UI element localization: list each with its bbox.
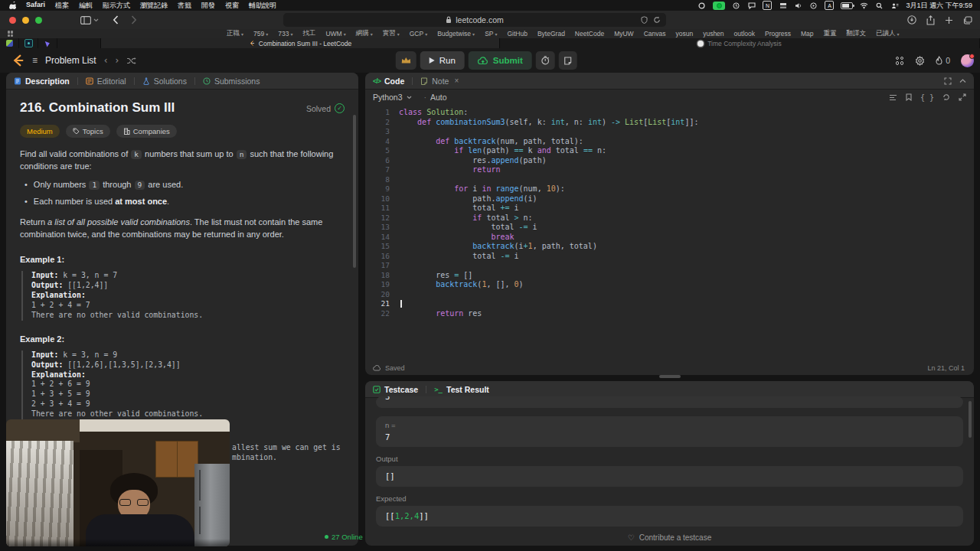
code-line[interactable]: 20	[365, 290, 969, 300]
code-line[interactable]: 18 res = []	[365, 271, 969, 281]
tab-active[interactable]: Combination Sum III - LeetCode	[100, 38, 500, 48]
menubar-item[interactable]: 檔案	[55, 1, 69, 11]
bookmark-item[interactable]: 實習▾	[383, 29, 400, 38]
close-note-icon[interactable]: ×	[454, 77, 459, 85]
share-icon[interactable]	[926, 15, 935, 25]
bookmark-item[interactable]: UWM▾	[325, 30, 345, 37]
premium-crown-button[interactable]	[396, 51, 416, 70]
play-status-icon[interactable]	[809, 2, 818, 9]
notion-status-icon[interactable]: N	[763, 1, 772, 10]
tab-note[interactable]: Note ×	[413, 73, 466, 89]
user-switch-status-icon[interactable]	[890, 2, 899, 9]
tab-test-result[interactable]: >_ Test Result	[426, 381, 497, 397]
address-bar[interactable]: leetcode.com	[283, 13, 666, 27]
code-line[interactable]: 9 for i in range(num, 10):	[365, 184, 969, 194]
code-line[interactable]: 12 if total > n:	[365, 214, 969, 223]
code-line[interactable]: 6 res.append(path)	[365, 156, 969, 166]
notes-button[interactable]	[559, 51, 577, 70]
menubar-item[interactable]: Safari	[26, 1, 45, 11]
bookmark-item[interactable]: Budgetwise▾	[437, 30, 475, 37]
problem-list-icon[interactable]: ≡	[32, 55, 38, 66]
code-line[interactable]: 8	[365, 175, 969, 185]
settings-gear-icon[interactable]	[915, 56, 925, 66]
tab-other[interactable]: Time Complexity Analysis	[500, 38, 980, 48]
bookmark-item[interactable]: SP▾	[485, 30, 497, 37]
menubar-item[interactable]: 瀏覽記錄	[140, 1, 168, 11]
downloads-icon[interactable]	[907, 15, 916, 24]
pinned-tab-1[interactable]	[0, 38, 19, 48]
contribute-testcase-link[interactable]: ♡ Contribute a testcase	[365, 533, 974, 542]
code-line[interactable]: 22 return res	[365, 309, 969, 319]
expand-editor-icon[interactable]	[959, 93, 966, 101]
submit-button[interactable]: Submit	[469, 51, 532, 70]
sidebar-toggle-icon[interactable]	[80, 16, 99, 24]
search-status-icon[interactable]	[875, 2, 884, 9]
streak-counter[interactable]: 0	[936, 56, 950, 65]
code-line[interactable]: 1class Solution:	[365, 108, 969, 118]
forward-button[interactable]	[131, 15, 137, 24]
bookmark-item[interactable]: Canvas	[644, 30, 666, 37]
code-line[interactable]: 2 def combinationSum3(self, k: int, n: i…	[365, 118, 969, 128]
code-line[interactable]: 5 if len(path) == k and total == n:	[365, 146, 969, 156]
menubar-item[interactable]: 編輯	[79, 1, 93, 11]
expected-value[interactable]: [[1,2,4]]	[376, 506, 963, 527]
difficulty-badge[interactable]: Medium	[20, 125, 60, 138]
wifi-status-icon[interactable]	[860, 2, 868, 9]
testcase-input-n[interactable]: n =7	[376, 416, 963, 447]
clock-status-icon[interactable]	[732, 2, 740, 9]
testcase-input-k[interactable]: 3	[376, 396, 963, 408]
format-code-icon[interactable]	[889, 94, 897, 101]
leetcode-logo[interactable]	[11, 54, 24, 67]
next-problem-icon[interactable]: ›	[116, 55, 119, 66]
bookmark-item[interactable]: GitHub	[507, 30, 527, 37]
code-line[interactable]: 4 def backtrack(num, path, total):	[365, 137, 969, 147]
privacy-shield-icon[interactable]	[641, 16, 648, 24]
bookmark-item[interactable]: Progress	[765, 30, 791, 37]
output-value[interactable]: []	[376, 466, 963, 487]
bookmark-item[interactable]: 759▾	[253, 30, 268, 37]
new-tab-icon[interactable]	[945, 16, 953, 24]
menubar-item[interactable]: 書籤	[178, 1, 191, 11]
code-line[interactable]: 17	[365, 261, 969, 271]
reload-icon[interactable]	[653, 16, 661, 24]
tab-solutions[interactable]: Solutions	[135, 73, 194, 89]
layout-switcher-icon[interactable]	[896, 57, 904, 65]
apple-logo-icon[interactable]	[9, 2, 16, 9]
description-scrollbar[interactable]	[353, 115, 356, 268]
bookmark-item[interactable]: MyUW	[614, 30, 634, 37]
back-button[interactable]	[113, 15, 119, 24]
user-avatar[interactable]	[961, 54, 974, 67]
bookmark-item[interactable]: 重置	[824, 29, 837, 38]
code-line[interactable]: 21	[365, 299, 969, 309]
bookmark-item[interactable]: 已讀人▾	[876, 29, 900, 38]
timer-button[interactable]	[536, 51, 555, 70]
bookmark-item[interactable]: GCP▾	[410, 30, 427, 37]
bookmark-icon[interactable]	[906, 93, 912, 101]
testcase-scrollbar[interactable]	[969, 401, 972, 438]
code-line[interactable]: 11 total += i	[365, 204, 969, 214]
autocomplete-toggle[interactable]: ·Auto	[424, 93, 447, 102]
tab-code[interactable]: </> Code	[365, 73, 412, 89]
run-button[interactable]: Run	[420, 51, 465, 70]
code-line[interactable]: 7 return	[365, 165, 969, 175]
favorites-grid-icon[interactable]	[8, 31, 14, 37]
companies-badge[interactable]: Companies	[116, 125, 177, 138]
shuffle-icon[interactable]	[126, 57, 136, 65]
maximize-panel-icon[interactable]	[944, 77, 952, 85]
pinned-tab-3[interactable]	[38, 38, 57, 48]
menubar-item[interactable]: 開發	[201, 1, 215, 11]
prev-problem-icon[interactable]: ‹	[104, 55, 108, 66]
code-line[interactable]: 19 backtrack(1, [], 0)	[365, 280, 969, 290]
tab-description[interactable]: Description	[6, 73, 77, 89]
code-line[interactable]: 3	[365, 127, 969, 137]
battery-status-icon[interactable]	[841, 2, 853, 9]
camera-active-icon[interactable]	[713, 2, 725, 10]
bookmark-item[interactable]: Map	[801, 30, 814, 37]
code-line[interactable]: 14 break	[365, 233, 969, 243]
topics-badge[interactable]: Topics	[66, 125, 110, 138]
code-line[interactable]: 10 path.append(i)	[365, 194, 969, 204]
tab-submissions[interactable]: Submissions	[195, 73, 268, 89]
bookmark-item[interactable]: NeetCode	[575, 30, 604, 37]
problem-list-link[interactable]: Problem List	[45, 55, 96, 66]
language-selector[interactable]: Python3	[373, 93, 412, 102]
